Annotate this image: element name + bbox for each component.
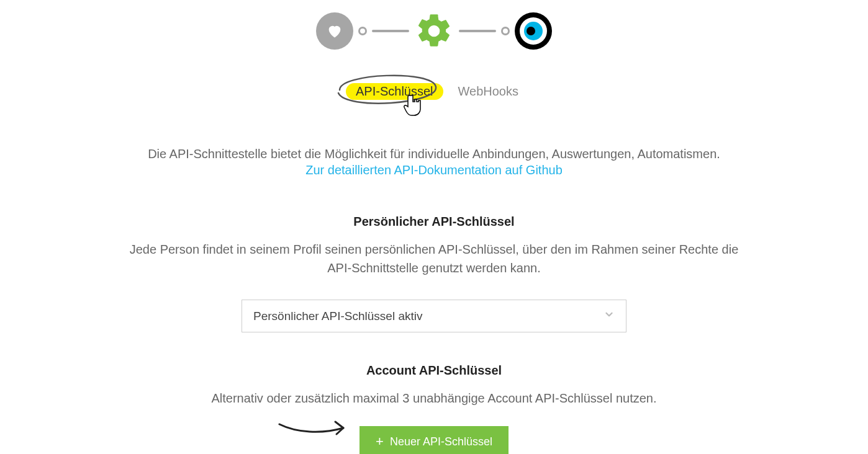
progress-dot bbox=[501, 27, 510, 35]
select-value: Persönlicher API-Schlüssel aktiv bbox=[253, 309, 422, 323]
progress-line bbox=[372, 30, 409, 32]
tab-webhooks[interactable]: WebHooks bbox=[454, 82, 522, 101]
progress-steps bbox=[316, 11, 552, 51]
gear-step-icon bbox=[414, 11, 454, 51]
heart-step-icon bbox=[316, 12, 353, 50]
new-api-key-button[interactable]: + Neuer API-Schlüssel bbox=[359, 426, 509, 454]
personal-api-select[interactable]: Persönlicher API-Schlüssel aktiv bbox=[242, 300, 626, 332]
chevron-down-icon bbox=[604, 309, 615, 323]
account-api-desc: Alternativ oder zusätzlich maximal 3 una… bbox=[211, 389, 656, 407]
account-api-title: Account API-Schlüssel bbox=[366, 363, 502, 378]
eye-step-icon bbox=[515, 12, 552, 50]
personal-api-desc: Jede Person findet in seinem Profil sein… bbox=[124, 240, 744, 277]
tab-api-key[interactable]: API-Schlüssel bbox=[346, 83, 443, 100]
progress-dot bbox=[358, 27, 367, 35]
plus-icon: + bbox=[376, 435, 384, 448]
progress-line bbox=[459, 30, 496, 32]
personal-api-title: Persönlicher API-Schlüssel bbox=[353, 215, 514, 229]
api-docs-link[interactable]: Zur detaillierten API-Dokumentation auf … bbox=[305, 163, 563, 177]
tabs: API-Schlüssel WebHooks bbox=[346, 82, 522, 101]
intro-text: Die API-Schnittestelle bietet die Möglic… bbox=[148, 145, 720, 163]
button-label: Neuer API-Schlüssel bbox=[390, 435, 492, 448]
